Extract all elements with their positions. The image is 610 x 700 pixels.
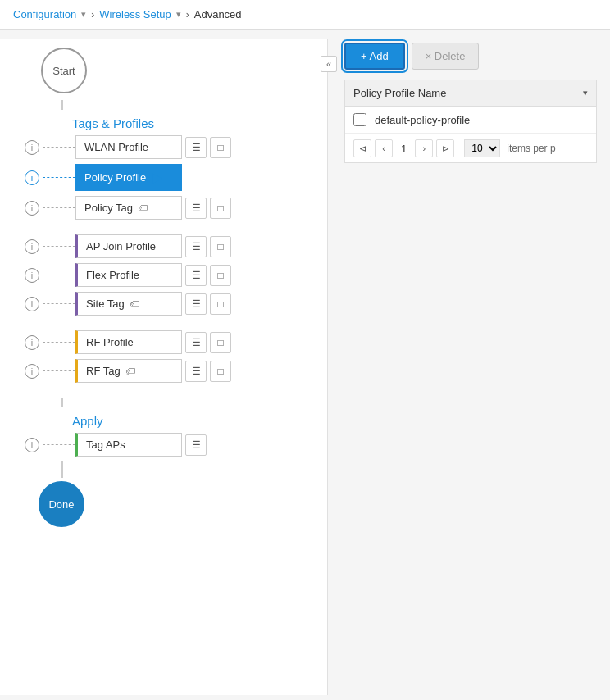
- rf-tag-label: RF Tag: [86, 365, 121, 377]
- delete-button: × Delete: [412, 43, 480, 70]
- section-tags-profiles: Tags & Profiles: [72, 116, 314, 130]
- rf-tag-icon: 🏷: [125, 366, 135, 377]
- wf-item-policy-tag: i Policy Tag 🏷 ☰ □: [25, 196, 314, 220]
- wf-item-rf-tag: i RF Tag 🏷 ☰ □: [25, 359, 314, 383]
- rf-tag-list-btn[interactable]: ☰: [185, 361, 207, 382]
- info-icon-policy-tag[interactable]: i: [25, 201, 39, 216]
- done-circle[interactable]: Done: [39, 481, 84, 527]
- column-header-label: Policy Profile Name: [353, 87, 583, 99]
- wf-item-rf-profile: i RF Profile ☰ □: [25, 330, 314, 354]
- site-tag-box[interactable]: Site Tag 🏷: [75, 292, 182, 316]
- info-icon-flex[interactable]: i: [25, 268, 39, 283]
- row-checkbox[interactable]: [353, 113, 366, 126]
- policy-tag-label: Policy Tag: [84, 202, 133, 214]
- rf-profile-label: RF Profile: [86, 336, 134, 348]
- tag-aps-label: Tag APs: [86, 439, 125, 451]
- info-icon-tag-aps[interactable]: i: [25, 438, 39, 452]
- info-icon-wlan[interactable]: i: [25, 140, 39, 155]
- breadcrumb: Configuration ▾ › Wireless Setup ▾ › Adv…: [0, 0, 610, 30]
- ap-join-profile-label: AP Join Profile: [86, 240, 156, 252]
- flex-profile-box[interactable]: Flex Profile: [75, 263, 182, 287]
- table-row: default-policy-profile: [345, 107, 596, 134]
- dotted-line-wlan: [43, 147, 75, 148]
- first-page-btn[interactable]: ⊲: [353, 139, 371, 157]
- table-header-row: Policy Profile Name ▾: [345, 80, 596, 107]
- breadcrumb-sep1: ›: [91, 9, 94, 20]
- policy-tag-icon: 🏷: [138, 202, 148, 214]
- flex-list-btn[interactable]: ☰: [185, 265, 207, 286]
- flex-add-btn[interactable]: □: [210, 265, 231, 286]
- breadcrumb-wireless[interactable]: Wireless Setup: [99, 8, 171, 20]
- dotted-line-flex: [43, 275, 75, 275]
- dotted-line-ap-join: [43, 246, 75, 247]
- page-number: 1: [396, 143, 412, 155]
- add-button[interactable]: + Add: [344, 43, 405, 70]
- wf-item-wlan-profile: i WLAN Profile ☰ □: [25, 135, 314, 159]
- wf-item-tag-aps: i Tag APs ☰: [25, 433, 314, 457]
- spacer2: [25, 320, 314, 330]
- rf-tag-add-btn[interactable]: □: [210, 361, 231, 382]
- info-icon-policy[interactable]: i: [25, 170, 39, 185]
- info-icon-ap-join[interactable]: i: [25, 239, 39, 254]
- ap-join-add-btn[interactable]: □: [210, 236, 231, 257]
- column-header-dropdown-icon[interactable]: ▾: [583, 88, 588, 98]
- wf-item-site-tag: i Site Tag 🏷 ☰ □: [25, 292, 314, 316]
- wlan-profile-box[interactable]: WLAN Profile: [75, 135, 182, 159]
- right-panel: + Add × Delete Policy Profile Name ▾ def…: [328, 39, 610, 695]
- last-page-btn[interactable]: ⊳: [436, 139, 454, 157]
- policy-profile-label: Policy Profile: [84, 171, 146, 184]
- data-table: Policy Profile Name ▾ default-policy-pro…: [344, 80, 597, 163]
- flex-profile-label: Flex Profile: [86, 269, 139, 281]
- wf-item-flex-profile: i Flex Profile ☰ □: [25, 263, 314, 287]
- wlan-profile-list-btn[interactable]: ☰: [185, 137, 207, 158]
- page-size-select[interactable]: 10 25 50: [464, 139, 500, 157]
- dotted-line-policy-tag: [43, 207, 75, 208]
- pagination-row: ⊲ ‹ 1 › ⊳ 10 25 50 items per p: [345, 134, 596, 162]
- wlan-profile-add-btn[interactable]: □: [210, 137, 231, 158]
- dotted-line-rf-tag: [43, 370, 75, 371]
- policy-profile-box[interactable]: Policy Profile ▶: [75, 164, 182, 191]
- breadcrumb-current: Advanced: [194, 8, 242, 20]
- start-circle[interactable]: Start: [41, 48, 87, 93]
- toolbar: + Add × Delete: [344, 39, 597, 70]
- spacer3: [25, 388, 314, 398]
- dotted-line-site-tag: [43, 303, 75, 304]
- breadcrumb-icon: ▾: [81, 9, 86, 20]
- policy-tag-list-btn[interactable]: ☰: [185, 198, 207, 219]
- wf-item-policy-profile: i Policy Profile ▶: [25, 164, 314, 191]
- site-tag-label: Site Tag: [86, 298, 125, 310]
- start-node: Start: [41, 48, 314, 93]
- dotted-line-tag-aps: [43, 444, 75, 445]
- prev-page-btn[interactable]: ‹: [375, 139, 393, 157]
- collapse-button[interactable]: «: [321, 56, 337, 72]
- dotted-line-policy: [43, 177, 75, 178]
- info-icon-rf-profile[interactable]: i: [25, 335, 39, 350]
- rf-profile-list-btn[interactable]: ☰: [185, 332, 207, 353]
- info-icon-site-tag[interactable]: i: [25, 297, 39, 311]
- row-value: default-policy-profile: [375, 114, 470, 126]
- site-tag-add-btn[interactable]: □: [210, 293, 231, 315]
- site-tag-list-btn[interactable]: ☰: [185, 293, 207, 315]
- rf-profile-add-btn[interactable]: □: [210, 332, 231, 353]
- rf-tag-box[interactable]: RF Tag 🏷: [75, 359, 182, 383]
- workflow-panel: « Start Tags & Profiles i WLAN Profile ☰…: [0, 39, 328, 695]
- ap-join-list-btn[interactable]: ☰: [185, 236, 207, 257]
- spacer1: [25, 225, 314, 234]
- items-per-label: items per p: [507, 143, 555, 154]
- site-tag-icon: 🏷: [130, 298, 139, 310]
- breadcrumb-wireless-icon: ▾: [176, 9, 181, 20]
- policy-tag-box[interactable]: Policy Tag 🏷: [75, 196, 182, 220]
- wf-item-ap-join: i AP Join Profile ☰ □: [25, 234, 314, 258]
- next-page-btn[interactable]: ›: [415, 139, 433, 157]
- tag-aps-list-btn[interactable]: ☰: [185, 434, 207, 456]
- rf-profile-box[interactable]: RF Profile: [75, 330, 182, 354]
- tag-aps-box[interactable]: Tag APs: [75, 433, 182, 457]
- main-content: « Start Tags & Profiles i WLAN Profile ☰…: [0, 30, 610, 695]
- ap-join-profile-box[interactable]: AP Join Profile: [75, 234, 182, 258]
- info-icon-rf-tag[interactable]: i: [25, 364, 39, 379]
- vert-line-done: [61, 461, 63, 478]
- breadcrumb-config[interactable]: Configuration: [13, 8, 76, 20]
- breadcrumb-sep2: ›: [186, 9, 189, 20]
- policy-tag-add-btn[interactable]: □: [210, 198, 231, 219]
- section-apply: Apply: [72, 414, 314, 428]
